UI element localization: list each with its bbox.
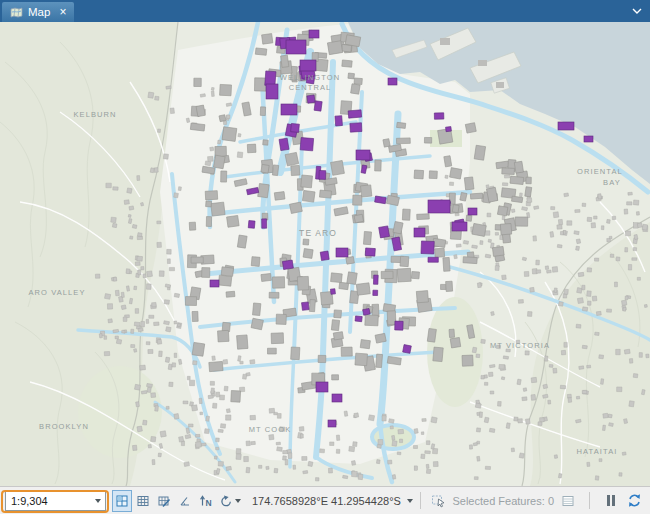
tab-map-label: Map [28, 6, 50, 18]
attributes-icon[interactable] [559, 491, 577, 511]
close-tab-icon[interactable]: × [59, 6, 66, 18]
selected-features-label: Selected Features: [452, 495, 544, 507]
tab-strip-chevron-icon[interactable] [632, 8, 642, 14]
map-canvas[interactable]: KELBURNWELLINGTONCENTRALARO VALLEYTE ARO… [0, 22, 650, 486]
constraints-icon [178, 494, 192, 508]
scale-value: 1:9,304 [6, 495, 90, 507]
selected-features-count: 0 [548, 495, 554, 507]
map-place-label: ARO VALLEY [28, 288, 85, 297]
status-bar: 1:9,304 [0, 486, 650, 514]
pause-drawing-button[interactable] [602, 491, 620, 511]
arcgis-map-view-window: Map × [0, 0, 650, 514]
rotate-icon [219, 494, 233, 508]
map-place-label: KELBURN [73, 110, 116, 119]
constraints-button[interactable] [175, 490, 195, 512]
map-place-label: HATAITAI [577, 447, 618, 456]
snapping-icon [115, 494, 129, 508]
map-place-label: BAY [603, 178, 621, 187]
tab-map[interactable]: Map × [2, 2, 74, 22]
north-arrow-button[interactable]: N [196, 490, 216, 512]
grid-icon [136, 494, 150, 508]
statusbar-separator [589, 492, 590, 509]
grid-button[interactable] [133, 490, 153, 512]
snapping-button[interactable] [112, 490, 132, 512]
map-icon [10, 7, 23, 18]
statusbar-right-group: Selected Features: 0 [429, 491, 647, 511]
map-svg: KELBURNWELLINGTONCENTRALARO VALLEYTE ARO… [0, 22, 650, 486]
coordinates-value: 174.7658928°E 41.2954428°S [252, 495, 401, 507]
map-place-label: MT VICTORIA [490, 341, 550, 350]
refresh-icon [627, 493, 642, 508]
rotate-view-button[interactable] [217, 490, 243, 512]
rotate-chevron-down-icon [235, 499, 241, 503]
selected-features-status: Selected Features: 0 [452, 495, 554, 507]
statusbar-separator [420, 492, 421, 509]
map-place-label: ORIENTAL [577, 167, 623, 176]
coordinates-display[interactable]: 174.7658928°E 41.2954428°S [252, 495, 413, 507]
map-place-label: TE ARO [299, 228, 337, 238]
coordinates-chevron-down-icon [407, 499, 413, 503]
view-tab-strip: Map × [0, 0, 650, 22]
editing-grid-button[interactable] [154, 490, 174, 512]
refresh-button[interactable] [625, 491, 643, 511]
scale-chevron-down-icon[interactable] [90, 492, 105, 510]
svg-text:N: N [206, 497, 212, 507]
map-place-label: WELLINGTON [280, 73, 340, 82]
map-place-label: CENTRAL [289, 83, 332, 92]
select-features-icon[interactable] [429, 491, 447, 511]
scale-combo[interactable]: 1:9,304 [5, 491, 106, 511]
map-place-label: BROOKLYN [39, 422, 89, 431]
pause-icon [607, 495, 615, 506]
editing-grid-icon [157, 494, 171, 508]
north-arrow-icon: N [199, 494, 213, 508]
map-tools-group: N [112, 490, 243, 512]
map-place-label: MT COOK [249, 425, 292, 434]
